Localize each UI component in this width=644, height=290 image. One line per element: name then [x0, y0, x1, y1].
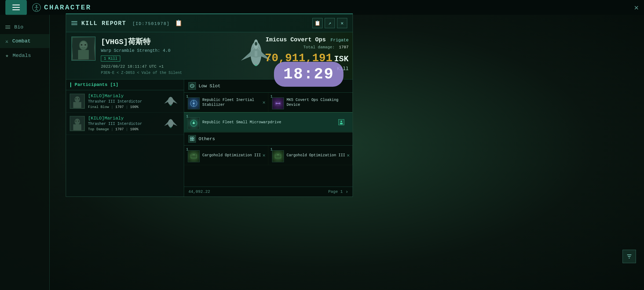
- character-header: CHARACTER: [32, 3, 91, 12]
- close-main-button[interactable]: ✕: [634, 3, 639, 12]
- sidebar-item-combat[interactable]: ⚔ Combat: [0, 34, 49, 48]
- sidebar-item-combat-label: Combat: [12, 38, 31, 44]
- svg-point-27: [168, 97, 173, 105]
- mwd-name: Republic Fleet Small Microwarpdrive: [202, 120, 281, 125]
- character-icon: [32, 3, 41, 12]
- fit-item-cargo-1[interactable]: 1 III Cargohold Optimization III ✕: [184, 146, 268, 165]
- svg-point-30: [75, 119, 80, 125]
- footer-page: Page 1: [328, 190, 343, 194]
- participant-info-2: [KILO]Marialy Thrasher III Interdictor T…: [88, 116, 158, 131]
- svg-text:III: III: [277, 154, 279, 156]
- cargo-icon-1: III: [188, 150, 200, 162]
- svg-rect-55: [190, 139, 192, 141]
- ship-class: Frigate: [331, 38, 349, 43]
- ship-name: Imicus Covert Ops: [266, 37, 326, 43]
- participant-stats-2: Top Damage | 1707 | 100%: [88, 127, 158, 131]
- low-slot-icon: [188, 82, 196, 90]
- sidebar-item-medals-label: Medals: [13, 53, 31, 59]
- fit-item-mwd[interactable]: 1 Republic Fleet Small Microwarpdrive: [184, 112, 353, 132]
- svg-point-11: [85, 44, 86, 46]
- mwd-avatar: [338, 119, 344, 125]
- medal-icon: ★: [5, 52, 9, 59]
- panel-menu-button[interactable]: [71, 21, 77, 25]
- participant-row[interactable]: [KILO]Marialy Thrasher III Interdictor F…: [66, 90, 184, 113]
- svg-point-43: [193, 103, 195, 104]
- remove-button-cargo-2[interactable]: ✕: [347, 152, 350, 158]
- participants-label: Participants [1]: [75, 82, 118, 87]
- cargo-icon-2: III: [272, 150, 284, 162]
- kill-badge: 1 Kill: [101, 56, 120, 61]
- svg-rect-20: [255, 51, 257, 56]
- header-border: [70, 82, 71, 87]
- hamburger-small-icon: [5, 26, 10, 29]
- svg-point-35: [168, 119, 173, 127]
- svg-point-45: [276, 103, 277, 104]
- fit-item-inertial[interactable]: 1 Republic Fleet Inertial Stabilizer ✕: [184, 93, 268, 112]
- cargo-2-name: Cargohold Optimization III: [287, 153, 345, 158]
- total-damage-label: Total damage:: [303, 45, 335, 50]
- participant-row-2[interactable]: [KILO]Marialy Thrasher III Interdictor T…: [66, 113, 184, 135]
- svg-point-51: [341, 121, 342, 122]
- participant-info-1: [KILO]Marialy Thrasher III Interdictor F…: [88, 93, 158, 109]
- menu-icon: [12, 5, 20, 10]
- kill-timer: 18:29: [274, 62, 343, 87]
- svg-point-10: [81, 44, 82, 46]
- copy-button[interactable]: 📋: [312, 18, 323, 28]
- app-title: CHARACTER: [44, 3, 91, 12]
- portrait-face-svg: [73, 38, 94, 59]
- svg-rect-23: [73, 102, 81, 108]
- svg-point-22: [75, 96, 80, 102]
- top-header: CHARACTER ✕: [0, 0, 644, 15]
- svg-rect-56: [192, 139, 194, 141]
- participant-portrait-1: [70, 94, 85, 109]
- crossed-swords-icon: ⚔: [5, 38, 8, 44]
- svg-point-50: [193, 122, 195, 124]
- low-slot-label: Low Slot: [199, 84, 221, 89]
- svg-point-19: [255, 42, 257, 46]
- fit-item-cargo-2[interactable]: 1 III Cargohold Optimization III ✕: [268, 146, 353, 165]
- filter-button[interactable]: [623, 250, 636, 263]
- sidebar-item-medals[interactable]: ★ Medals: [0, 48, 49, 63]
- remove-button-1[interactable]: ✕: [262, 99, 265, 105]
- svg-text:III: III: [192, 154, 195, 156]
- inertial-icon: [188, 97, 200, 109]
- close-panel-button[interactable]: ✕: [337, 18, 347, 28]
- panel-footer: 44,092.22 Page 1 ›: [184, 187, 353, 197]
- svg-rect-53: [190, 137, 192, 139]
- participants-header: Participants [1]: [66, 79, 184, 90]
- others-icon: [188, 135, 196, 143]
- panel-actions: 📋 ↗ ✕: [312, 18, 347, 28]
- sidebar-menu-button[interactable]: [5, 0, 27, 16]
- svg-line-4: [35, 9, 36, 11]
- page-forward-button[interactable]: ›: [345, 189, 348, 194]
- export-button[interactable]: ↗: [325, 18, 335, 28]
- fit-item-cloak[interactable]: 1 MK5 Covert Ops Cloaking Device: [268, 93, 353, 112]
- participant-ship-2: Thrasher III Interdictor: [88, 122, 158, 126]
- footer-value: 44,092.22: [188, 190, 210, 194]
- panel-body: Participants [1] [KILO]Marialy Thrasher …: [66, 79, 353, 197]
- svg-point-1: [36, 5, 37, 7]
- remove-button-cargo-1[interactable]: ✕: [262, 152, 265, 158]
- svg-point-16: [255, 64, 257, 66]
- close-icon: ✕: [341, 20, 344, 26]
- svg-point-28: [170, 105, 172, 106]
- participant-name-1: [KILO]Marialy: [88, 93, 158, 99]
- participant-portrait-2: [70, 116, 85, 131]
- participants-empty: [66, 135, 184, 183]
- svg-line-38: [191, 86, 193, 86]
- participants-column: Participants [1] [KILO]Marialy Thrasher …: [66, 79, 184, 197]
- low-slot-items: 1 Republic Fleet Inertial Stabilizer ✕: [184, 93, 353, 132]
- svg-point-32: [75, 121, 76, 122]
- cargo-1-name: Cargohold Optimization III: [202, 153, 261, 158]
- participant-stats-1: Final Blow | 1707 | 100%: [88, 105, 158, 109]
- participant-ship-1: Thrasher III Interdictor: [88, 99, 158, 104]
- sidebar-item-bio[interactable]: Bio: [0, 20, 49, 34]
- ship-thumbnail-1: [161, 96, 180, 107]
- svg-point-33: [78, 121, 79, 122]
- mwd-icon: [188, 117, 200, 129]
- others-items: 1 III Cargohold Optimization III ✕: [184, 146, 353, 165]
- svg-point-46: [279, 103, 280, 104]
- fit-column: Low Slot 1 Republic Fle: [184, 79, 353, 197]
- panel-title: KILL REPORT [ID:7501978] 📋: [81, 20, 183, 27]
- svg-rect-9: [78, 50, 89, 59]
